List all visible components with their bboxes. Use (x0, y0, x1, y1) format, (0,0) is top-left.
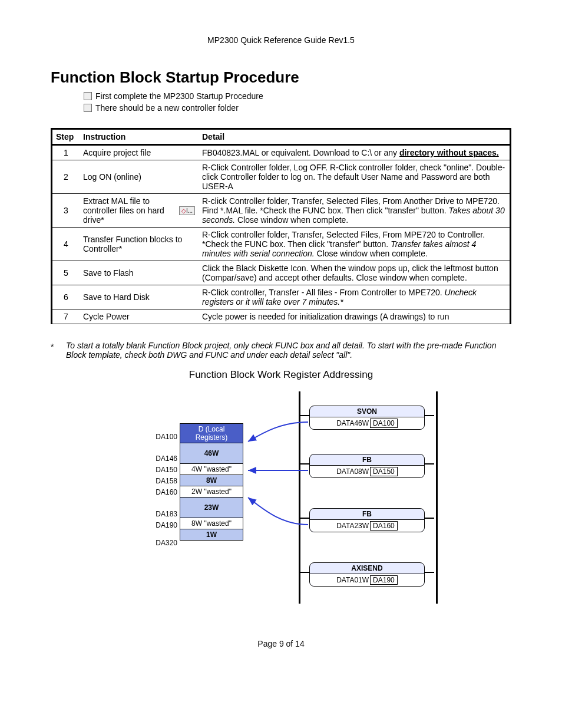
file-icon: ◇I... (179, 206, 195, 215)
col-instruction: Instruction (80, 129, 199, 145)
step-instr: Acquire project file (80, 145, 199, 160)
step-detail: R-Click Controller folder, Log OFF. R-Cl… (199, 160, 511, 194)
register-cell: 1W (180, 529, 243, 541)
step-detail: R-Click controller folder, Transfer, Sel… (199, 228, 511, 261)
fb-title: FB (310, 509, 424, 520)
doc-header: MP2300 Quick Reference Guide Rev1.5 (51, 35, 511, 45)
reg-addr: DA146 (150, 454, 177, 463)
ladder: SVON DATA46WDA100 FB DATA08WDA150 FB DAT… (299, 391, 434, 604)
step-detail: Cycle power is needed for initialization… (199, 309, 511, 324)
step-num: 7 (52, 309, 80, 324)
step-instr: Save to Flash (80, 261, 199, 285)
fb-title: FB (310, 454, 424, 466)
footnote-text: To start a totally blank Function Block … (66, 341, 511, 360)
register-cell: 2W "wasted" (180, 486, 243, 498)
step-num: 4 (52, 228, 80, 261)
fb-block: FB DATA08WDA150 (309, 454, 425, 478)
checklist: First complete the MP2300 Startup Proced… (84, 90, 511, 114)
table-row: 1 Acquire project file FB040823.MAL or e… (52, 145, 511, 160)
step-num: 1 (52, 145, 80, 160)
step-detail: R-Click controller, Transfer - All files… (199, 285, 511, 309)
fb-block: FB DATA23WDA160 (309, 508, 425, 532)
fb-data: DATA46WDA100 (310, 417, 424, 429)
reg-addr: DA320 (150, 539, 177, 547)
checklist-item: There should be a new controller folder (95, 102, 239, 114)
table-row: 2 Log ON (online) R-Click Controller fol… (52, 160, 511, 194)
table-row: 7 Cycle Power Cycle power is needed for … (52, 309, 511, 324)
step-instr: Save to Hard Disk (80, 285, 199, 309)
reg-addr: DA190 (150, 521, 177, 529)
register-cell: 46W (180, 443, 243, 464)
register-diagram: DA100 DA146 DA150 DA158 DA160 DA183 DA19… (104, 391, 458, 604)
fb-block: SVON DATA46WDA100 (309, 406, 425, 430)
col-detail: Detail (199, 129, 511, 145)
col-step: Step (52, 129, 80, 145)
register-cell: 8W "wasted" (180, 518, 243, 529)
step-instr: Cycle Power (80, 309, 199, 324)
page-title: Function Block Startup Procedure (51, 68, 511, 87)
diagram-title: Function Block Work Register Addressing (51, 369, 511, 381)
table-row: 3 Extract MAL file to controller files o… (52, 194, 511, 228)
table-row: 5 Save to Flash Click the Black Diskette… (52, 261, 511, 285)
register-cell: 8W (180, 475, 243, 486)
fb-data: DATA08WDA150 (310, 466, 424, 477)
step-detail: FB040823.MAL or equivalent. Download to … (199, 145, 511, 160)
register-cell: 4W "wasted" (180, 464, 243, 475)
reg-addr: DA100 (150, 433, 177, 441)
step-num: 3 (52, 194, 80, 228)
step-num: 5 (52, 261, 80, 285)
register-header: D (Local Registers) (180, 423, 243, 443)
step-detail: Click the Black Diskette Icon. When the … (199, 261, 511, 285)
fb-title: AXISEND (310, 563, 424, 574)
step-instr: Log ON (online) (80, 160, 199, 194)
table-row: 6 Save to Hard Disk R-Click controller, … (52, 285, 511, 309)
checkbox-icon (84, 104, 92, 112)
reg-addr: DA160 (150, 488, 177, 496)
register-column: D (Local Registers) 46W 4W "wasted" 8W 2… (180, 423, 243, 541)
page-number: Page 9 of 14 (51, 639, 511, 648)
footnote: * To start a totally blank Function Bloc… (51, 341, 511, 360)
step-num: 2 (52, 160, 80, 194)
reg-addr: DA150 (150, 466, 177, 474)
fb-block: AXISEND DATA01WDA190 (309, 562, 425, 587)
reg-addr: DA183 (150, 510, 177, 518)
step-instr: Extract MAL file to controller files on … (80, 194, 199, 228)
step-detail: R-click Controller folder, Transfer, Sel… (199, 194, 511, 228)
steps-table: Step Instruction Detail 1 Acquire projec… (51, 128, 511, 324)
step-num: 6 (52, 285, 80, 309)
table-row: 4 Transfer Function blocks to Controller… (52, 228, 511, 261)
step-instr: Transfer Function blocks to Controller* (80, 228, 199, 261)
checklist-item: First complete the MP2300 Startup Proced… (95, 90, 263, 102)
fb-data: DATA23WDA160 (310, 520, 424, 532)
footnote-marker: * (51, 341, 66, 360)
fb-data: DATA01WDA190 (310, 574, 424, 586)
reg-addr: DA158 (150, 477, 177, 485)
checkbox-icon (84, 92, 92, 100)
fb-title: SVON (310, 406, 424, 417)
register-cell: 23W (180, 498, 243, 518)
